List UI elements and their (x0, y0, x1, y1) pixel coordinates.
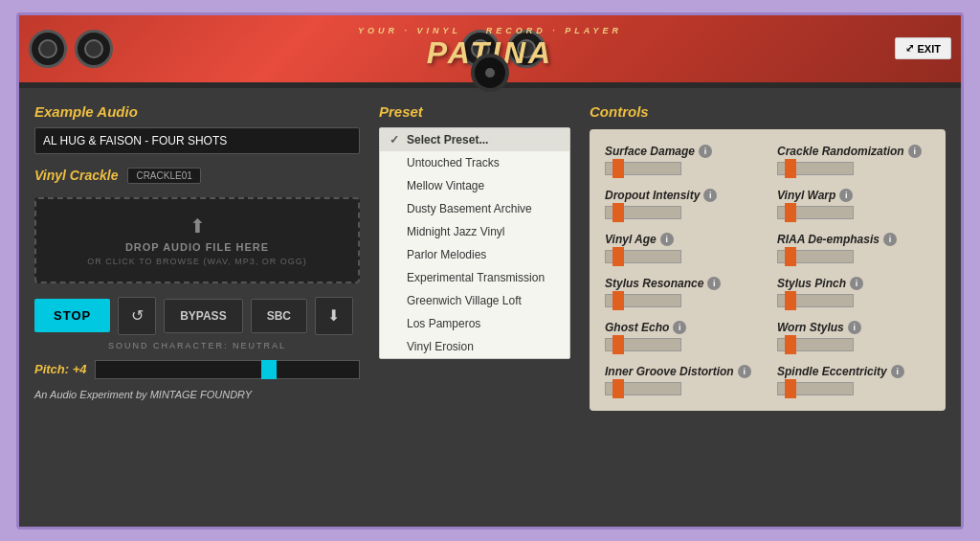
preset-item-6[interactable]: ✓Experimental Transmission (380, 266, 569, 289)
control-slider-wrap-4 (605, 250, 758, 263)
control-slider-wrap-5 (777, 250, 930, 263)
info-icon-1[interactable]: i (908, 145, 922, 158)
control-label-8: Ghost Echo i (605, 321, 758, 334)
control-label-5: RIAA De-emphasis i (777, 233, 930, 246)
control-slider-wrap-6 (605, 294, 758, 307)
control-slider-8[interactable] (605, 338, 681, 351)
control-item-11: Spindle Eccentricity i (777, 365, 930, 395)
control-slider-wrap-7 (777, 294, 930, 307)
exit-label: EXIT (918, 43, 941, 55)
vinyl-decoration (471, 54, 509, 92)
info-icon-4[interactable]: i (660, 233, 674, 246)
pitch-row: Pitch: +4 (34, 360, 360, 379)
pitch-slider[interactable] (95, 360, 360, 379)
left-panel: Example Audio AL HUG & FAISON - FOUR SHO… (34, 103, 360, 511)
preset-item-5[interactable]: ✓Parlor Melodies (380, 243, 569, 266)
controls-section-title: Controls (590, 103, 946, 120)
preset-item-0[interactable]: ✓Select Preset... (380, 128, 569, 151)
info-icon-3[interactable]: i (839, 189, 853, 202)
drop-text-main: DROP AUDIO FILE HERE (125, 241, 269, 253)
info-icon-0[interactable]: i (699, 145, 712, 158)
control-item-7: Stylus Pinch i (777, 277, 930, 307)
control-label-11: Spindle Eccentricity i (777, 365, 930, 378)
drop-zone[interactable]: ⬆ DROP AUDIO FILE HERE OR CLICK TO BROWS… (34, 197, 360, 283)
info-icon-10[interactable]: i (738, 365, 751, 378)
control-slider-6[interactable] (605, 294, 681, 307)
info-icon-11[interactable]: i (891, 365, 904, 378)
control-item-9: Worn Stylus i (777, 321, 930, 351)
header: YOUR · VINYL RECORD · PLAYER PATINA ⤢ EX… (19, 15, 961, 82)
control-label-9: Worn Stylus i (777, 321, 930, 334)
preset-item-3[interactable]: ✓Dusty Basement Archive (380, 197, 569, 220)
info-icon-8[interactable]: i (673, 321, 686, 334)
control-item-10: Inner Groove Distortion i (605, 365, 758, 395)
audio-select[interactable]: AL HUG & FAISON - FOUR SHOTS (34, 127, 360, 154)
control-slider-3[interactable] (777, 206, 854, 219)
info-icon-5[interactable]: i (883, 233, 897, 246)
control-label-2: Dropout Intensity i (605, 189, 758, 202)
drop-text-sub: OR CLICK TO BROWSE (WAV, MP3, OR OGG) (87, 257, 306, 266)
control-item-8: Ghost Echo i (605, 321, 758, 351)
control-slider-4[interactable] (605, 250, 681, 263)
info-icon-7[interactable]: i (850, 277, 863, 290)
preset-item-4[interactable]: ✓Midnight Jazz Vinyl (380, 220, 569, 243)
control-label-10: Inner Groove Distortion i (605, 365, 758, 378)
control-slider-5[interactable] (777, 250, 854, 263)
preset-section-title: Preset (379, 103, 570, 120)
control-slider-7[interactable] (777, 294, 854, 307)
info-icon-6[interactable]: i (707, 277, 721, 290)
preset-item-2[interactable]: ✓Mellow Vintage (380, 174, 569, 197)
control-item-0: Surface Damage i (605, 145, 758, 175)
control-label-0: Surface Damage i (605, 145, 758, 158)
control-slider-wrap-2 (605, 206, 758, 219)
control-label-4: Vinyl Age i (605, 233, 758, 246)
playback-controls-row: STOP ↺ BYPASS SBC ⬇ (34, 297, 360, 335)
control-slider-wrap-11 (777, 382, 930, 395)
speaker-1 (29, 30, 67, 68)
control-slider-wrap-9 (777, 338, 930, 351)
header-subtitle: YOUR · VINYL RECORD · PLAYER (358, 26, 622, 35)
crackle-badge: CRACKLE01 (127, 168, 200, 184)
sound-character: SOUND CHARACTER: NEUTRAL (34, 341, 360, 350)
control-item-6: Stylus Resonance i (605, 277, 758, 307)
audio-section-title: Example Audio (34, 103, 360, 120)
control-item-1: Crackle Randomization i (777, 145, 930, 175)
preset-item-7[interactable]: ✓Greenwich Village Loft (380, 289, 569, 312)
control-slider-10[interactable] (605, 382, 681, 395)
control-slider-wrap-0 (605, 162, 758, 175)
app-frame: YOUR · VINYL RECORD · PLAYER PATINA ⤢ EX… (16, 12, 964, 530)
control-slider-wrap-10 (605, 382, 758, 395)
controls-grid: Surface Damage iCrackle Randomization iD… (590, 129, 946, 411)
control-label-1: Crackle Randomization i (777, 145, 930, 158)
speaker-2 (75, 30, 113, 68)
footer-brand: An Audio Experiment by MINTAGE FOUNDRY (34, 389, 360, 400)
refresh-button[interactable]: ↺ (118, 297, 156, 335)
preset-item-9[interactable]: ✓Vinyl Erosion (380, 335, 569, 358)
control-label-7: Stylus Pinch i (777, 277, 930, 290)
control-item-3: Vinyl Warp i (777, 189, 930, 219)
control-slider-1[interactable] (777, 162, 854, 175)
control-slider-11[interactable] (777, 382, 854, 395)
main-content: Example Audio AL HUG & FAISON - FOUR SHO… (19, 88, 961, 527)
preset-item-8[interactable]: ✓Los Pamperos (380, 312, 569, 335)
download-button[interactable]: ⬇ (315, 297, 353, 335)
exit-button[interactable]: ⤢ EXIT (895, 37, 951, 59)
info-icon-2[interactable]: i (703, 189, 717, 202)
control-item-5: RIAA De-emphasis i (777, 233, 930, 263)
control-slider-0[interactable] (605, 162, 681, 175)
left-speakers (29, 30, 113, 68)
info-icon-9[interactable]: i (848, 321, 861, 334)
control-slider-2[interactable] (605, 206, 681, 219)
download-icon: ⬇ (327, 306, 340, 325)
exit-icon: ⤢ (905, 42, 914, 55)
bypass-button[interactable]: BYPASS (164, 299, 242, 333)
control-slider-9[interactable] (777, 338, 854, 351)
preset-item-1[interactable]: ✓Untouched Tracks (380, 151, 569, 174)
control-slider-wrap-1 (777, 162, 930, 175)
pitch-label: Pitch: +4 (34, 362, 87, 376)
control-slider-wrap-3 (777, 206, 930, 219)
control-slider-wrap-8 (605, 338, 758, 351)
control-label-3: Vinyl Warp i (777, 189, 930, 202)
stop-button[interactable]: STOP (34, 299, 110, 332)
sbc-button[interactable]: SBC (251, 299, 307, 333)
